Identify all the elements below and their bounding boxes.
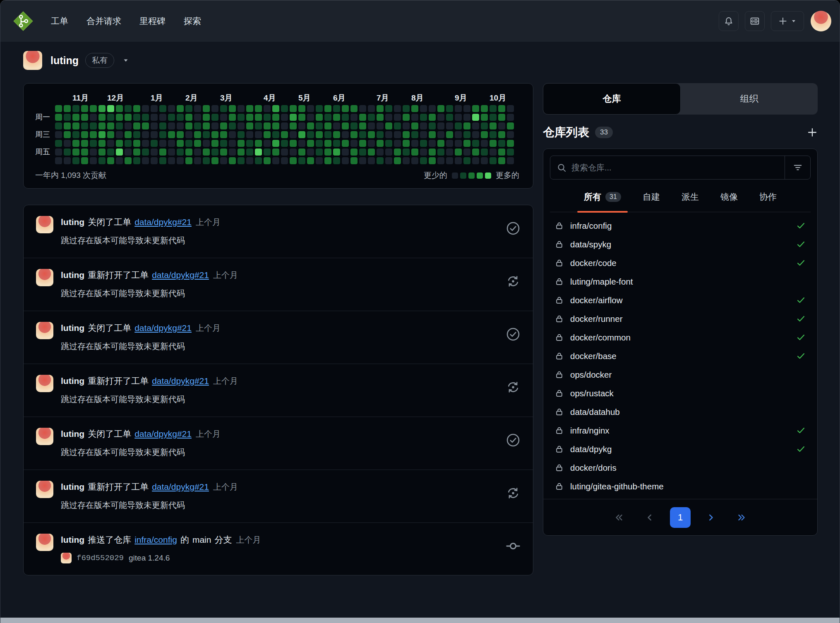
heatmap-cell <box>316 140 323 147</box>
heatmap-cell <box>463 131 470 138</box>
profile-avatar[interactable] <box>23 51 42 70</box>
feed-username-link[interactable]: luting <box>61 270 84 280</box>
gitea-logo[interactable] <box>13 11 34 31</box>
heatmap-cell <box>429 114 436 121</box>
heatmap-cell <box>125 140 132 147</box>
nav-item-issues[interactable]: 工单 <box>51 16 68 26</box>
feed-target-link[interactable]: data/dpykg#21 <box>134 323 192 333</box>
repo-item[interactable]: data/spykg <box>551 235 810 254</box>
repo-item[interactable]: luting/gitea-github-theme <box>551 477 810 496</box>
heatmap-cell <box>133 157 140 164</box>
commit-sha-link[interactable]: f69d552029 <box>77 554 124 563</box>
repo-filter-tab[interactable]: 协作 <box>758 183 778 212</box>
repo-item[interactable]: luting/maple-font <box>551 272 810 291</box>
heatmap-cell <box>264 149 271 156</box>
feed-username-link[interactable]: luting <box>61 535 84 544</box>
feed-target-link[interactable]: data/dpykg#21 <box>134 429 192 438</box>
repo-item[interactable]: infra/config <box>551 216 810 235</box>
heatmap-cell <box>394 114 401 121</box>
repo-item[interactable]: docker/runner <box>551 309 810 328</box>
repo-item[interactable]: infra/nginx <box>551 421 810 440</box>
feed-avatar[interactable] <box>36 375 53 392</box>
repo-item[interactable]: docker/common <box>551 328 810 347</box>
profile-username[interactable]: luting <box>50 55 79 67</box>
feed-avatar[interactable] <box>36 322 53 339</box>
heatmap-cell <box>307 131 314 138</box>
feed-avatar[interactable] <box>36 534 53 551</box>
repo-item[interactable]: docker/base <box>551 347 810 365</box>
feed-avatar[interactable] <box>36 428 53 445</box>
feed-target-link[interactable]: data/dpykg#21 <box>134 217 192 227</box>
current-page-button[interactable]: 1 <box>670 507 691 528</box>
heatmap-cell <box>394 149 401 156</box>
heatmap-cell <box>64 105 71 112</box>
repo-item[interactable]: docker/doris <box>551 458 810 477</box>
heatmap-cell <box>290 131 297 138</box>
profile-header: luting 私有 <box>23 51 840 70</box>
heatmap-cell <box>455 114 462 121</box>
heatmap-cell <box>255 157 262 164</box>
repo-search-input[interactable] <box>571 163 778 173</box>
nav-item-explore[interactable]: 探索 <box>184 16 201 26</box>
issue-closed-icon <box>506 221 521 236</box>
heatmap-cell <box>98 105 106 112</box>
repo-filter-tab[interactable]: 派生 <box>680 183 701 212</box>
feed-target-link[interactable]: infra/config <box>134 535 177 544</box>
heatmap-cell <box>264 105 271 112</box>
heatmap-cell <box>377 140 384 147</box>
heatmap-cell <box>177 105 184 112</box>
admin-panel-button[interactable] <box>745 11 765 31</box>
feed-avatar[interactable] <box>36 481 53 498</box>
last-page-button[interactable] <box>731 507 752 528</box>
heatmap-cell <box>350 131 358 138</box>
heatmap-cell <box>298 105 305 112</box>
heatmap-cell <box>185 140 192 147</box>
repo-item[interactable]: ops/rustack <box>551 384 810 403</box>
heatmap-cell <box>220 131 227 138</box>
user-avatar[interactable] <box>811 11 831 31</box>
feed-target-link[interactable]: data/dpykg#21 <box>152 482 209 491</box>
feed-avatar[interactable] <box>36 216 53 233</box>
new-repo-button[interactable] <box>807 127 818 138</box>
feed-username-link[interactable]: luting <box>61 323 84 333</box>
repo-filter-tab[interactable]: 镜像 <box>719 183 739 212</box>
heatmap-cell <box>98 131 106 138</box>
heatmap-cell <box>264 131 271 138</box>
sidebar-tab-organizations[interactable]: 组织 <box>681 83 818 115</box>
check-icon <box>796 314 806 323</box>
feed-username-link[interactable]: luting <box>61 482 84 491</box>
heatmap-cell <box>490 105 497 112</box>
heatmap-cell <box>72 131 79 138</box>
repo-item[interactable]: docker/code <box>551 254 810 272</box>
heatmap-cell <box>437 122 444 129</box>
heatmap-cell <box>507 114 514 121</box>
repo-item[interactable]: data/dpykg <box>551 440 810 458</box>
nav-item-pulls[interactable]: 合并请求 <box>86 16 121 26</box>
sidebar-tab-repositories[interactable]: 仓库 <box>543 83 681 115</box>
profile-dropdown-icon[interactable] <box>122 57 129 64</box>
repo-item[interactable]: docker/airflow <box>551 291 810 309</box>
nav-item-milestones[interactable]: 里程碑 <box>139 16 166 26</box>
feed-avatar[interactable] <box>36 269 53 286</box>
feed-target-link[interactable]: data/dpykg#21 <box>152 270 209 280</box>
notifications-button[interactable] <box>719 11 739 31</box>
next-page-button[interactable] <box>701 507 721 528</box>
feed-username-link[interactable]: luting <box>61 217 84 227</box>
repo-filter-tab[interactable]: 自建 <box>641 183 662 212</box>
repo-item[interactable]: ops/docker <box>551 365 810 384</box>
repo-filter-tab[interactable]: 所有31 <box>582 183 623 212</box>
feed-username-link[interactable]: luting <box>61 376 84 386</box>
heatmap-cell <box>307 140 314 147</box>
heatmap-cell <box>264 157 271 164</box>
horizontal-scrollbar[interactable] <box>0 618 840 623</box>
feed-item: luting重新打开了工单data/dpykg#21上个月跳过存在版本可能导致未… <box>24 364 533 417</box>
heatmap-month-label: 7月 <box>377 93 389 103</box>
feed-target-link[interactable]: data/dpykg#21 <box>152 376 209 386</box>
create-new-button[interactable] <box>771 11 804 31</box>
heatmap-cell <box>342 122 349 129</box>
heatmap-cell <box>246 157 253 164</box>
repo-item[interactable]: data/datahub <box>551 403 810 421</box>
lock-icon <box>555 389 564 398</box>
repo-filter-button[interactable] <box>785 156 810 179</box>
feed-username-link[interactable]: luting <box>61 429 84 438</box>
